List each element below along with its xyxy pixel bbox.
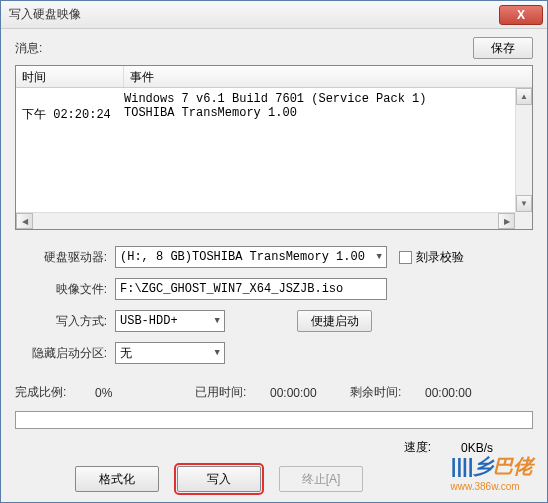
form-area: 硬盘驱动器: (H:, 8 GB)TOSHIBA TransMemory 1.0… [15,240,533,380]
save-button[interactable]: 保存 [473,37,533,59]
scroll-left-icon[interactable]: ◀ [16,213,33,229]
drive-select[interactable]: (H:, 8 GB)TOSHIBA TransMemory 1.00 ▼ [115,246,387,268]
message-row: 消息: 保存 [15,37,533,59]
abort-button: 终止[A] [279,466,363,492]
image-label: 映像文件: [15,281,115,298]
ratio-value: 0% [95,386,195,400]
ratio-label: 完成比例: [15,384,95,401]
chevron-down-icon: ▼ [215,348,220,358]
log-event-cell: Windows 7 v6.1 Build 7601 (Service Pack … [124,92,526,106]
log-time-cell: 下午 02:20:24 [22,106,124,123]
progress-info-row: 完成比例: 0% 已用时间: 00:00:00 剩余时间: 00:00:00 [15,380,533,405]
progress-bar [15,411,533,429]
hide-partition-value: 无 [120,345,132,362]
elapsed-label: 已用时间: [195,384,270,401]
write-mode-select[interactable]: USB-HDD+ ▼ [115,310,225,332]
elapsed-value: 00:00:00 [270,386,350,400]
vertical-scrollbar[interactable]: ▲ ▼ [515,88,532,212]
remain-value: 00:00:00 [425,386,505,400]
log-column-event[interactable]: 事件 [124,66,532,87]
log-body: Windows 7 v6.1 Build 7601 (Service Pack … [16,88,532,127]
chevron-down-icon: ▼ [215,316,220,326]
horizontal-scrollbar[interactable]: ◀ ▶ [16,212,515,229]
log-header: 时间 事件 [16,66,532,88]
write-mode-value: USB-HDD+ [120,314,178,328]
quick-boot-button[interactable]: 便捷启动 [297,310,372,332]
verify-checkbox[interactable] [399,251,412,264]
drive-label: 硬盘驱动器: [15,249,115,266]
write-button[interactable]: 写入 [177,466,261,492]
verify-label: 刻录校验 [416,249,464,266]
chevron-down-icon: ▼ [377,252,382,262]
scroll-up-icon[interactable]: ▲ [516,88,532,105]
mode-label: 写入方式: [15,313,115,330]
log-row: 下午 02:20:24 TOSHIBA TransMemory 1.00 [22,106,526,123]
logo-text-1: ||||乡 [451,455,493,477]
hide-label: 隐藏启动分区: [15,345,115,362]
content-area: 消息: 保存 时间 事件 Windows 7 v6.1 Build 7601 (… [1,29,547,500]
scroll-down-icon[interactable]: ▼ [516,195,532,212]
verify-checkbox-wrap[interactable]: 刻录校验 [399,249,464,266]
log-column-time[interactable]: 时间 [16,66,124,87]
logo-text-2: 巴佬 [493,455,533,477]
remain-label: 剩余时间: [350,384,425,401]
log-event-cell: TOSHIBA TransMemory 1.00 [124,106,526,123]
drive-row: 硬盘驱动器: (H:, 8 GB)TOSHIBA TransMemory 1.0… [15,246,533,268]
log-panel: 时间 事件 Windows 7 v6.1 Build 7601 (Service… [15,65,533,230]
hide-partition-select[interactable]: 无 ▼ [115,342,225,364]
close-button[interactable]: X [499,5,543,25]
write-disk-image-dialog: 写入硬盘映像 X 消息: 保存 时间 事件 Windows 7 v6.1 Bui… [0,0,548,503]
image-file-input[interactable] [115,278,387,300]
log-row: Windows 7 v6.1 Build 7601 (Service Pack … [22,92,526,106]
logo-url: www.386w.com [451,481,520,492]
format-button[interactable]: 格式化 [75,466,159,492]
log-time-cell [22,92,124,106]
hide-row: 隐藏启动分区: 无 ▼ [15,342,533,364]
titlebar: 写入硬盘映像 X [1,1,547,29]
message-label: 消息: [15,40,473,57]
scroll-corner [515,212,532,229]
scroll-right-icon[interactable]: ▶ [498,213,515,229]
drive-select-value: (H:, 8 GB)TOSHIBA TransMemory 1.00 [120,250,365,264]
close-icon: X [517,8,525,22]
mode-row: 写入方式: USB-HDD+ ▼ 便捷启动 [15,310,533,332]
watermark-logo: ||||乡巴佬 www.386w.com [451,453,533,492]
speed-label: 速度: [404,439,431,456]
image-row: 映像文件: [15,278,533,300]
window-title: 写入硬盘映像 [9,6,499,23]
